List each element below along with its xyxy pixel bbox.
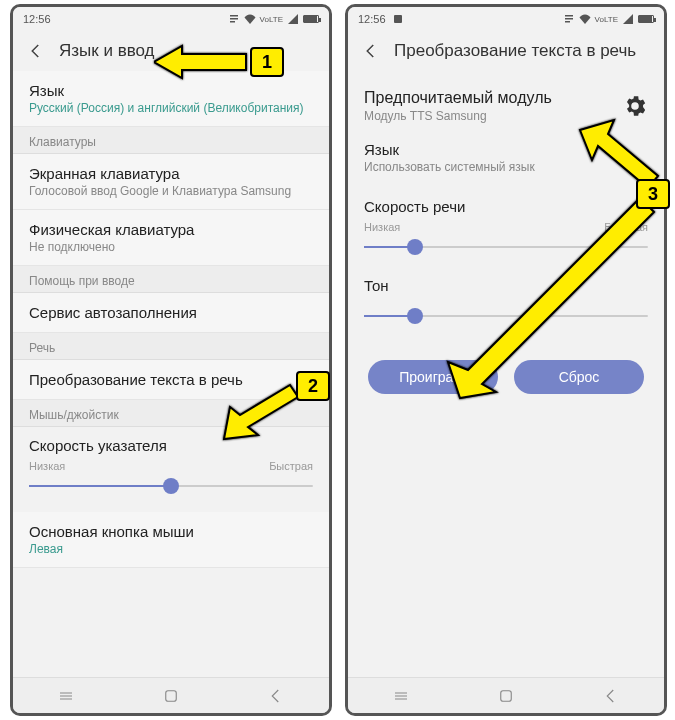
slider-title: Тон: [364, 277, 648, 294]
item-physical-keyboard[interactable]: Физическая клавиатура Не подключено: [13, 210, 329, 266]
status-time: 12:56: [358, 13, 386, 25]
status-bar: 12:56 VoLTE: [348, 7, 664, 31]
item-pitch: Тон: [348, 273, 664, 342]
item-title: Основная кнопка мыши: [29, 523, 313, 540]
svg-rect-0: [166, 690, 177, 701]
gear-icon[interactable]: [622, 93, 648, 119]
section-speech: Речь: [13, 333, 329, 360]
phone-screen-left: 12:56 VoLTE Язык и ввод Язык Русский (Ро…: [10, 4, 332, 716]
button-label: Сброс: [559, 369, 600, 385]
button-label: Проиграть: [399, 369, 467, 385]
item-title: Сервис автозаполнения: [29, 304, 313, 321]
item-preferred-engine[interactable]: Предпочитаемый модуль Модуль TTS Samsung: [348, 75, 664, 131]
nav-back-icon[interactable]: [267, 687, 285, 705]
item-subtitle: Левая: [29, 542, 313, 556]
svg-rect-1: [394, 15, 402, 23]
speech-rate-slider[interactable]: [364, 235, 648, 259]
item-subtitle: Модуль TTS Samsung: [364, 109, 552, 123]
nav-recents-icon[interactable]: [57, 687, 75, 705]
slider-low-label: Низкая: [364, 221, 400, 233]
annotation-badge-3: 3: [636, 179, 670, 209]
item-title: Предпочитаемый модуль: [364, 89, 552, 107]
item-title: Язык: [364, 141, 648, 158]
nav-home-icon[interactable]: [162, 687, 180, 705]
back-icon[interactable]: [362, 42, 380, 60]
item-title: Язык: [29, 82, 313, 99]
item-autofill[interactable]: Сервис автозаполнения: [13, 293, 329, 333]
slider-low-label: Низкая: [29, 460, 65, 472]
slider-high-label: Быстрая: [269, 460, 313, 472]
status-icons: VoLTE: [563, 13, 654, 25]
screen-header: Преобразование текста в речь: [348, 31, 664, 71]
item-subtitle: Голосовой ввод Google и Клавиатура Samsu…: [29, 184, 313, 198]
play-button[interactable]: Проиграть: [368, 360, 498, 394]
status-bar: 12:56 VoLTE: [13, 7, 329, 31]
item-tts-language[interactable]: Язык Использовать системный язык: [348, 131, 664, 188]
page-title: Преобразование текста в речь: [394, 41, 636, 61]
slider-title: Скорость указателя: [29, 437, 313, 454]
pitch-slider[interactable]: [364, 304, 648, 328]
status-icons: VoLTE: [228, 13, 319, 25]
item-subtitle: Русский (Россия) и английский (Великобри…: [29, 101, 313, 115]
status-time: 12:56: [23, 13, 51, 25]
item-title: Физическая клавиатура: [29, 221, 313, 238]
item-language[interactable]: Язык Русский (Россия) и английский (Вели…: [13, 71, 329, 127]
item-screen-keyboard[interactable]: Экранная клавиатура Голосовой ввод Googl…: [13, 154, 329, 210]
slider-title: Скорость речи: [364, 198, 648, 215]
phone-screen-right: 12:56 VoLTE Преобразование текста в речь…: [345, 4, 667, 716]
item-tts[interactable]: Преобразование текста в речь: [13, 360, 329, 400]
reset-button[interactable]: Сброс: [514, 360, 644, 394]
nav-back-icon[interactable]: [602, 687, 620, 705]
section-input-assist: Помощь при вводе: [13, 266, 329, 293]
item-subtitle: Не подключено: [29, 240, 313, 254]
section-keyboards: Клавиатуры: [13, 127, 329, 154]
item-primary-mouse-button[interactable]: Основная кнопка мыши Левая: [13, 512, 329, 568]
nav-bar: [348, 677, 664, 713]
nav-home-icon[interactable]: [497, 687, 515, 705]
svg-rect-2: [501, 690, 512, 701]
item-speech-rate: Скорость речи Низкая Быстрая: [348, 188, 664, 273]
slider-high-label: Быстрая: [604, 221, 648, 233]
page-title: Язык и ввод: [59, 41, 155, 61]
item-pointer-speed: Скорость указателя Низкая Быстрая: [13, 427, 329, 512]
pointer-speed-slider[interactable]: [29, 474, 313, 498]
section-mouse: Мышь/джойстик: [13, 400, 329, 427]
nav-bar: [13, 677, 329, 713]
item-title: Преобразование текста в речь: [29, 371, 313, 388]
item-title: Экранная клавиатура: [29, 165, 313, 182]
nav-recents-icon[interactable]: [392, 687, 410, 705]
back-icon[interactable]: [27, 42, 45, 60]
annotation-badge-1: 1: [250, 47, 284, 77]
item-subtitle: Использовать системный язык: [364, 160, 648, 174]
annotation-badge-2: 2: [296, 371, 330, 401]
